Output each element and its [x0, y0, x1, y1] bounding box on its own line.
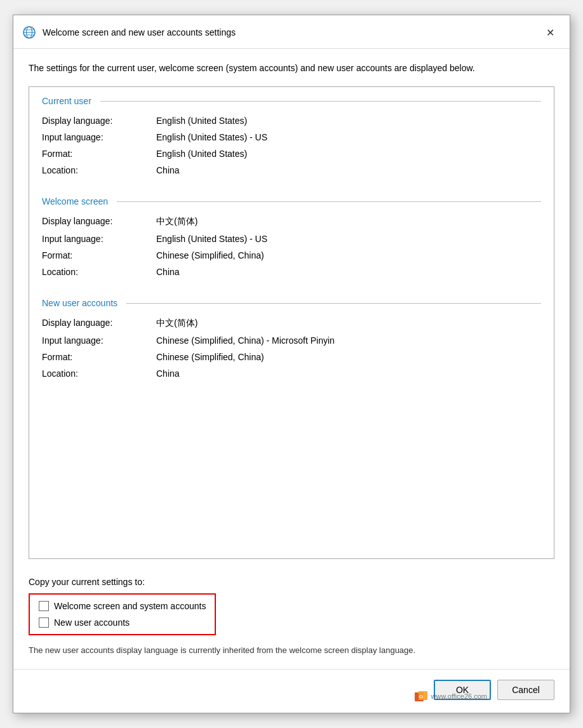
new-user-display-value: 中文(简体)	[156, 318, 198, 329]
current-user-format-value: English (United States)	[156, 149, 247, 159]
new-user-section: New user accounts Display language: 中文(简…	[29, 289, 554, 391]
current-user-location-value: China	[156, 165, 180, 175]
new-user-location-label: Location:	[42, 368, 156, 379]
new-user-checkbox-row[interactable]: New user accounts	[39, 617, 206, 628]
watermark-text: www.office26.com	[431, 692, 487, 700]
note-text: The new user accounts display language i…	[29, 644, 524, 657]
welcome-screen-header: Welcome screen	[42, 196, 541, 206]
dialog-footer: OK Cancel O www.office26.com	[13, 669, 570, 713]
welcome-screen-checkbox-label: Welcome screen and system accounts	[54, 601, 206, 611]
new-user-checkbox-label: New user accounts	[54, 617, 130, 628]
current-user-format-label: Format:	[42, 149, 156, 159]
current-user-display-label: Display language:	[42, 116, 156, 126]
new-user-input-label: Input language:	[42, 335, 156, 346]
new-user-format-label: Format:	[42, 352, 156, 362]
svg-text:O: O	[419, 694, 423, 699]
welcome-location-value: China	[156, 267, 180, 277]
new-user-header: New user accounts	[42, 298, 541, 308]
welcome-screen-section: Welcome screen Display language: 中文(简体) …	[29, 187, 554, 289]
welcome-format-label: Format:	[42, 250, 156, 260]
welcome-input-value: English (United States) - US	[156, 234, 267, 244]
watermark: O www.office26.com	[413, 689, 487, 704]
settings-box: Current user Display language: English (…	[29, 86, 554, 559]
current-user-input-value: English (United States) - US	[156, 132, 267, 142]
current-user-header: Current user	[42, 96, 541, 106]
dialog-title: Welcome screen and new user accounts set…	[43, 27, 236, 37]
welcome-display-value: 中文(简体)	[156, 216, 198, 227]
globe-icon	[22, 25, 36, 39]
welcome-display-row: Display language: 中文(简体)	[42, 213, 541, 231]
welcome-screen-checkbox-row[interactable]: Welcome screen and system accounts	[39, 601, 206, 611]
current-user-location-row: Location: China	[42, 162, 541, 179]
current-user-divider-line	[100, 101, 541, 102]
current-user-input-label: Input language:	[42, 132, 156, 142]
new-user-title: New user accounts	[42, 298, 124, 308]
current-user-display-value: English (United States)	[156, 116, 247, 126]
title-bar: Welcome screen and new user accounts set…	[13, 15, 570, 49]
new-user-format-row: Format: Chinese (Simplified, China)	[42, 349, 541, 365]
current-user-location-label: Location:	[42, 165, 156, 175]
cancel-button[interactable]: Cancel	[497, 680, 554, 700]
welcome-screen-title: Welcome screen	[42, 196, 114, 206]
new-user-location-row: Location: China	[42, 365, 541, 382]
current-user-title: Current user	[42, 96, 98, 106]
welcome-screen-divider-line	[117, 201, 541, 202]
copy-label: Copy your current settings to:	[29, 577, 554, 587]
title-bar-left: Welcome screen and new user accounts set…	[22, 25, 236, 39]
current-user-display-row: Display language: English (United States…	[42, 112, 541, 129]
checkbox-group: Welcome screen and system accounts New u…	[29, 593, 216, 635]
welcome-format-value: Chinese (Simplified, China)	[156, 250, 264, 260]
intro-text: The settings for the current user, welco…	[29, 62, 554, 75]
new-user-input-row: Input language: Chinese (Simplified, Chi…	[42, 332, 541, 349]
welcome-display-label: Display language:	[42, 216, 156, 226]
new-user-divider-line	[126, 303, 541, 304]
new-user-checkbox[interactable]	[39, 617, 49, 628]
dialog-body: The settings for the current user, welco…	[13, 49, 570, 669]
new-user-display-row: Display language: 中文(简体)	[42, 314, 541, 332]
new-user-display-label: Display language:	[42, 318, 156, 328]
current-user-section: Current user Display language: English (…	[29, 87, 554, 187]
current-user-input-row: Input language: English (United States) …	[42, 129, 541, 145]
welcome-location-row: Location: China	[42, 264, 541, 280]
new-user-location-value: China	[156, 368, 180, 379]
main-dialog: Welcome screen and new user accounts set…	[13, 15, 570, 713]
office-icon: O	[413, 689, 429, 704]
close-button[interactable]: ✕	[540, 23, 560, 42]
welcome-input-row: Input language: English (United States) …	[42, 231, 541, 247]
current-user-format-row: Format: English (United States)	[42, 145, 541, 162]
welcome-location-label: Location:	[42, 267, 156, 277]
welcome-format-row: Format: Chinese (Simplified, China)	[42, 247, 541, 264]
new-user-input-value: Chinese (Simplified, China) - Microsoft …	[156, 335, 335, 346]
welcome-input-label: Input language:	[42, 234, 156, 244]
welcome-screen-checkbox[interactable]	[39, 601, 49, 611]
copy-section: Copy your current settings to: Welcome s…	[29, 577, 554, 657]
new-user-format-value: Chinese (Simplified, China)	[156, 352, 264, 362]
